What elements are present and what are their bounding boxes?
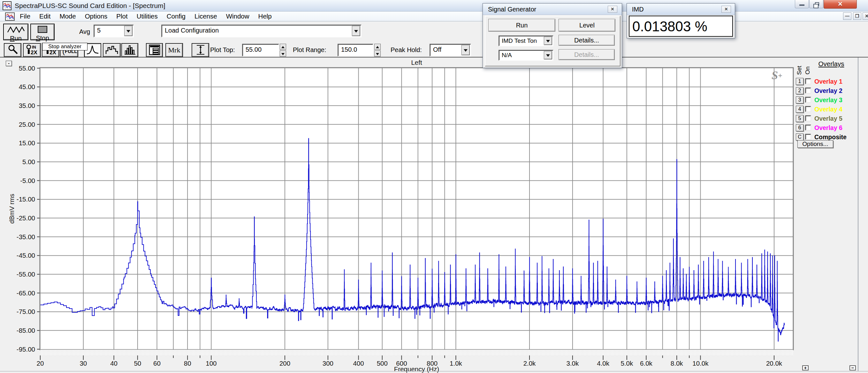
overlay-set-button-4[interactable]: 4 bbox=[796, 106, 804, 113]
spectrum-step-view-button[interactable] bbox=[103, 43, 121, 57]
overlay-on-checkbox-C[interactable] bbox=[805, 134, 811, 140]
step-curve-icon bbox=[105, 44, 119, 56]
svg-text:30: 30 bbox=[80, 360, 87, 367]
menu-plot[interactable]: Plot bbox=[112, 11, 132, 21]
overlay-label-1: Overlay 1 bbox=[814, 78, 842, 85]
channel-label: Left bbox=[411, 59, 422, 66]
zoom-button[interactable] bbox=[4, 43, 21, 57]
overlay-on-checkbox-4[interactable] bbox=[805, 106, 811, 112]
stop-label: Stop bbox=[31, 34, 54, 42]
overlays-options-button[interactable]: Options... bbox=[798, 140, 833, 148]
menu-license[interactable]: License bbox=[190, 11, 222, 21]
spectrum-curve-icon bbox=[86, 44, 100, 56]
mdi-minimize-button[interactable]: — bbox=[843, 12, 851, 20]
plot-top-spin-down[interactable] bbox=[280, 51, 286, 57]
close-icon: ✕ bbox=[824, 0, 857, 8]
overlay-on-checkbox-3[interactable] bbox=[805, 97, 811, 103]
plot-top-spinner[interactable] bbox=[280, 44, 286, 57]
generator-level-button[interactable]: Level bbox=[559, 19, 615, 32]
generator-run-button[interactable]: Run bbox=[488, 19, 555, 32]
overlay-set-button-3[interactable]: 3 bbox=[796, 96, 804, 103]
menu-config[interactable]: Config bbox=[162, 11, 190, 21]
overlay-set-button-2[interactable]: 2 bbox=[796, 87, 804, 94]
title-bar: SpectraPLUS-SC Sound Card Edition - [Spe… bbox=[0, 0, 868, 11]
load-configuration-arrow-icon[interactable] bbox=[352, 26, 360, 36]
panel-divider bbox=[858, 58, 859, 371]
signal-generator-title: Signal Generator bbox=[488, 6, 536, 13]
generator-details2-button[interactable]: Details... bbox=[559, 49, 615, 60]
load-configuration-combo[interactable]: Load Configuration bbox=[161, 25, 362, 37]
menu-options[interactable]: Options bbox=[81, 11, 112, 21]
generator-waveform2-combo[interactable]: N/A bbox=[498, 50, 553, 61]
overlay-on-checkbox-5[interactable] bbox=[805, 115, 811, 121]
zoom-plus-button[interactable]: + bbox=[802, 365, 809, 370]
collapse-plot-button[interactable]: - bbox=[6, 61, 12, 66]
svg-text:20.0k: 20.0k bbox=[766, 360, 782, 367]
mdi-restore-button[interactable]: ❐ bbox=[853, 12, 861, 20]
scale-button[interactable] bbox=[192, 43, 209, 57]
close-button[interactable]: ✕ bbox=[824, 0, 857, 9]
avg-combo-arrow-icon[interactable] bbox=[124, 26, 132, 36]
menu-mode[interactable]: Mode bbox=[55, 11, 80, 21]
svg-text:20: 20 bbox=[37, 360, 44, 367]
overlay-set-button-1[interactable]: 1 bbox=[796, 78, 804, 85]
avg-combo[interactable]: 5 bbox=[94, 25, 134, 37]
svg-text:6.0k: 6.0k bbox=[640, 360, 652, 367]
x-axis-title: Frequency (Hz) bbox=[394, 365, 439, 373]
control-panel-button[interactable] bbox=[146, 43, 163, 57]
overlay-set-button-6[interactable]: 6 bbox=[796, 124, 804, 131]
menu-window[interactable]: Window bbox=[222, 11, 254, 21]
zoom-minus-button[interactable]: − bbox=[849, 365, 856, 370]
imd-close-button[interactable]: ✕ bbox=[721, 6, 731, 13]
zoom-in-2x-button[interactable]: IN 2X bbox=[23, 43, 41, 57]
horizontal-scrollbar[interactable] bbox=[40, 350, 793, 355]
plot-range-spin-down[interactable] bbox=[374, 51, 381, 57]
menu-file[interactable]: File bbox=[15, 11, 35, 21]
svg-text:2X: 2X bbox=[31, 50, 37, 56]
overlay-on-checkbox-2[interactable] bbox=[805, 88, 811, 94]
overlay-label-5: Overlay 5 bbox=[814, 115, 842, 122]
plot-range-spinner[interactable] bbox=[374, 44, 381, 57]
peak-hold-arrow-icon[interactable] bbox=[462, 45, 470, 55]
svg-text:10.0k: 10.0k bbox=[692, 360, 709, 367]
plot-top-label: Plot Top: bbox=[210, 46, 235, 54]
bar-graph-view-button[interactable] bbox=[121, 43, 138, 57]
svg-text:200: 200 bbox=[279, 360, 290, 367]
restore-button[interactable] bbox=[809, 0, 823, 8]
marker-button[interactable]: Mrk bbox=[165, 43, 183, 57]
peak-hold-combo[interactable]: Off bbox=[430, 44, 471, 57]
mdi-close-button[interactable]: ✕ bbox=[863, 12, 868, 20]
marker-label: Mrk bbox=[166, 44, 182, 57]
plot-range-value: 150.0 bbox=[341, 46, 357, 53]
run-label-rest: un bbox=[15, 35, 22, 42]
menu-help[interactable]: Help bbox=[254, 11, 276, 21]
overlay-set-button-C[interactable]: C bbox=[796, 133, 804, 141]
generator-details1-button[interactable]: Details... bbox=[559, 35, 615, 46]
svg-text:400: 400 bbox=[353, 360, 364, 367]
generator-waveform1-combo[interactable]: IMD Test Ton bbox=[498, 35, 553, 46]
imd-display: 0.013803 % bbox=[629, 15, 733, 37]
svg-text:2.0k: 2.0k bbox=[523, 360, 536, 367]
minimize-button[interactable] bbox=[795, 0, 809, 8]
generator-waveform2-arrow-icon[interactable] bbox=[544, 51, 552, 59]
signal-generator-titlebar[interactable]: Signal Generator ✕ bbox=[483, 3, 622, 15]
plot-range-spin-up[interactable] bbox=[374, 44, 381, 50]
menu-utilities[interactable]: Utilities bbox=[132, 11, 162, 21]
imd-titlebar[interactable]: IMD ✕ bbox=[627, 3, 735, 15]
overlay-on-checkbox-6[interactable] bbox=[805, 125, 811, 131]
bar-graph-icon bbox=[123, 44, 137, 56]
plot-range-field[interactable]: 150.0 bbox=[338, 44, 373, 57]
tooltip: Stop analyzer bbox=[42, 43, 88, 51]
overlay-set-button-5[interactable]: 5 bbox=[796, 115, 804, 122]
run-button[interactable]: Run bbox=[3, 24, 28, 40]
svg-text:-95.00: -95.00 bbox=[17, 345, 35, 353]
menu-edit[interactable]: Edit bbox=[35, 11, 55, 21]
generator-waveform1-arrow-icon[interactable] bbox=[544, 37, 552, 45]
signal-generator-close-button[interactable]: ✕ bbox=[608, 6, 617, 13]
svg-text:15.00: 15.00 bbox=[19, 139, 35, 147]
plot-top-field[interactable]: 55.00 bbox=[242, 44, 279, 57]
stop-button[interactable]: Stop bbox=[30, 24, 55, 40]
overlay-on-checkbox-1[interactable] bbox=[805, 78, 811, 84]
plot-top-spin-up[interactable] bbox=[280, 44, 286, 50]
svg-text:-45.00: -45.00 bbox=[17, 252, 35, 259]
